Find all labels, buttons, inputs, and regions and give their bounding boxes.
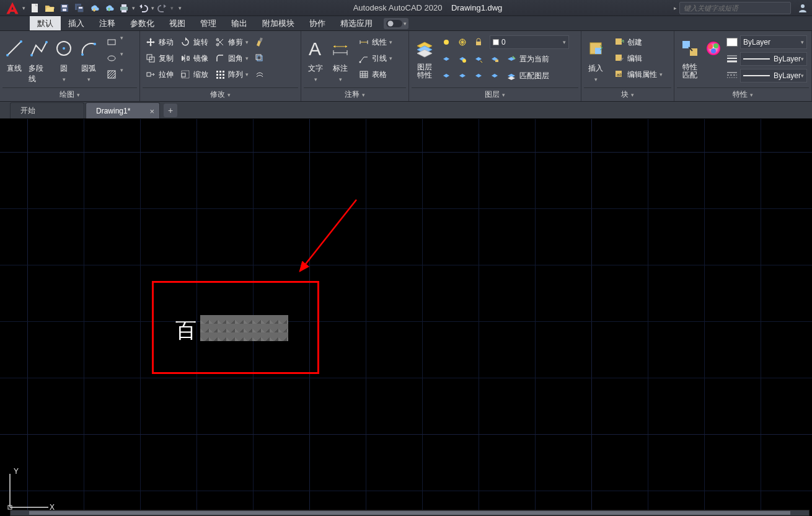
layer-uniso-icon[interactable] [439, 68, 454, 83]
layer-iso-icon[interactable] [439, 51, 454, 66]
layer-off-icon[interactable] [455, 51, 470, 66]
edit-block-button[interactable]: 编辑 [611, 51, 665, 66]
app-menu-dropdown[interactable]: ▾ [22, 5, 25, 11]
panel-layers-title[interactable]: 图层▾ [412, 87, 578, 101]
text-button[interactable]: A 文字▾ [304, 35, 327, 84]
panel-properties-title[interactable]: 特性▾ [677, 87, 809, 101]
circle-dropdown[interactable]: ▾ [63, 76, 66, 82]
ellipse-button[interactable] [104, 51, 119, 66]
ribbon-tab-featured[interactable]: 精选应用 [333, 16, 380, 30]
layer-thaw-icon[interactable] [471, 68, 486, 83]
search-input[interactable] [684, 4, 787, 12]
rotate-button[interactable]: 旋转 [177, 35, 211, 50]
insert-block-button[interactable]: 插入▾ [584, 35, 607, 84]
match-properties-button[interactable]: 特性匹配 [677, 35, 703, 81]
ribbon-tab-collaborate[interactable]: 协作 [302, 16, 333, 30]
arc-dropdown[interactable]: ▾ [87, 76, 90, 82]
layer-color-swatch [493, 39, 499, 45]
layer-freeze-icon[interactable] [455, 35, 470, 50]
app-switch-toggle[interactable]: ▾ [384, 18, 408, 29]
panel-annotate-title[interactable]: 注释▾ [304, 87, 406, 101]
panel-draw-title[interactable]: 绘图▾ [2, 87, 137, 101]
move-button[interactable]: 移动 [143, 35, 176, 50]
set-current-layer-button[interactable]: 置为当前 [503, 51, 552, 66]
document-tab-drawing1[interactable]: Drawing1* × [86, 102, 160, 118]
ribbon-tab-annotate[interactable]: 注释 [92, 16, 123, 30]
copy-button[interactable]: 复制 [143, 51, 176, 66]
cloud-save-icon[interactable] [102, 1, 116, 15]
ribbon-tab-default[interactable]: 默认 [30, 16, 61, 30]
dimension-button[interactable]: 标注▾ [329, 35, 352, 84]
add-tab-button[interactable]: + [164, 104, 177, 117]
layer-properties-button[interactable]: 图层特性 [412, 35, 438, 81]
ribbon-tab-view[interactable]: 视图 [162, 16, 193, 30]
scale-button[interactable]: 缩放 [177, 67, 211, 82]
open-icon[interactable] [43, 1, 56, 15]
rectangle-button[interactable] [104, 35, 119, 50]
ribbon-tab-addins[interactable]: 附加模块 [255, 16, 302, 30]
layer-lock-icon[interactable] [471, 35, 486, 50]
redo-icon[interactable] [156, 1, 169, 15]
ribbon-tab-manage[interactable]: 管理 [193, 16, 224, 30]
circle-button[interactable]: 圆 ▾ [52, 35, 76, 84]
layer-lock2-icon[interactable] [487, 51, 502, 66]
linetype-dropdown[interactable]: ByLayer▾ [726, 68, 807, 83]
layer-on2-icon[interactable] [455, 68, 470, 83]
cloud-open-icon[interactable] [87, 1, 101, 15]
table-button[interactable]: 表格 [356, 67, 395, 82]
stretch-button[interactable]: 拉伸 [143, 67, 176, 82]
tab-close-icon[interactable]: × [149, 107, 154, 116]
svg-point-21 [94, 43, 96, 45]
line-button[interactable]: 直线 [2, 35, 26, 75]
offset-button[interactable] [252, 67, 267, 82]
trim-button[interactable]: 修剪▾ [212, 35, 251, 50]
fillet-button[interactable]: 圆角▾ [212, 51, 251, 66]
drawing-canvas[interactable]: 百 Y X [0, 119, 812, 516]
autocad-logo-icon[interactable] [2, 1, 22, 16]
new-icon[interactable] [28, 1, 42, 15]
document-tab-start[interactable]: 开始 [10, 102, 84, 118]
explode-button[interactable] [252, 51, 267, 66]
polyline-button[interactable]: 多段线 [27, 35, 51, 86]
ribbon-tab-insert[interactable]: 插入 [61, 16, 92, 30]
infobar-chevron[interactable]: ▸ [674, 5, 677, 11]
leader-button[interactable]: 引线▾ [356, 51, 395, 66]
svg-point-15 [20, 40, 22, 43]
undo-dropdown[interactable]: ▾ [151, 5, 154, 11]
ellipse-dropdown[interactable]: ▾ [120, 51, 123, 66]
match-layer-button[interactable]: 匹配图层 [503, 68, 552, 83]
panel-layers: 图层特性 0 ▾ 置为当前 [409, 31, 581, 101]
save-icon[interactable] [58, 1, 71, 15]
plot-icon[interactable] [117, 1, 131, 15]
panel-block-title[interactable]: 块▾ [584, 87, 671, 101]
layer-dropdown[interactable]: 0 ▾ [490, 35, 569, 49]
create-block-button[interactable]: 创建 [611, 35, 665, 50]
mirror-button[interactable]: 镜像 [177, 51, 211, 66]
redo-dropdown[interactable]: ▾ [170, 5, 174, 11]
rectangle-dropdown[interactable]: ▾ [120, 35, 123, 50]
bylayer-colors-button[interactable] [704, 35, 723, 62]
erase-button[interactable] [252, 35, 267, 50]
search-box[interactable] [679, 2, 791, 14]
undo-icon[interactable] [136, 1, 150, 15]
hatch-dropdown[interactable]: ▾ [120, 67, 123, 82]
ribbon-tab-output[interactable]: 输出 [224, 16, 255, 30]
plot-dropdown[interactable]: ▾ [132, 5, 135, 11]
sign-in-icon[interactable] [796, 1, 810, 15]
arc-button[interactable]: 圆弧 ▾ [77, 35, 100, 84]
save-as-icon[interactable] [73, 1, 86, 15]
panel-modify-title[interactable]: 修改▾ [143, 87, 298, 101]
hatch-button[interactable] [104, 67, 119, 82]
scrollbar-thumb[interactable] [29, 511, 790, 515]
linear-dim-button[interactable]: 线性▾ [356, 35, 395, 50]
layer-freeze2-icon[interactable] [471, 51, 486, 66]
ellipse-icon [106, 53, 117, 64]
lineweight-dropdown[interactable]: ByLayer▾ [726, 51, 807, 66]
edit-attr-button[interactable]: ab编辑属性▾ [611, 67, 665, 82]
ribbon-tab-parametric[interactable]: 参数化 [123, 16, 162, 30]
array-button[interactable]: 阵列▾ [212, 67, 251, 82]
layer-unlock-icon[interactable] [487, 68, 502, 83]
horizontal-scrollbar[interactable] [10, 510, 810, 516]
object-color-dropdown[interactable]: ByLayer▾ [726, 35, 807, 50]
layer-on-icon[interactable] [439, 35, 454, 50]
